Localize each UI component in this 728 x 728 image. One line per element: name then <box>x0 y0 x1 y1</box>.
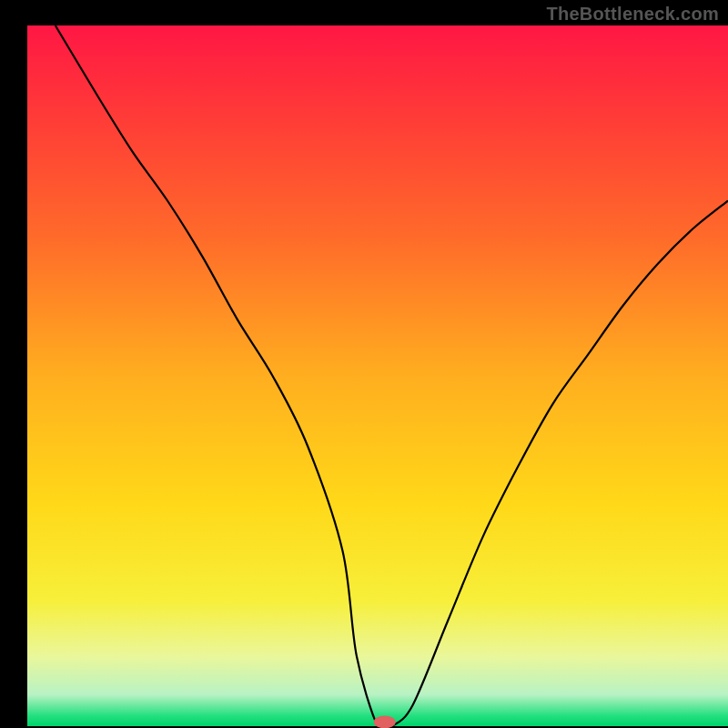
chart-stage: TheBottleneck.com <box>0 0 728 728</box>
plot-background <box>27 25 728 726</box>
optimal-marker <box>374 715 396 728</box>
bottleneck-chart <box>0 0 728 728</box>
